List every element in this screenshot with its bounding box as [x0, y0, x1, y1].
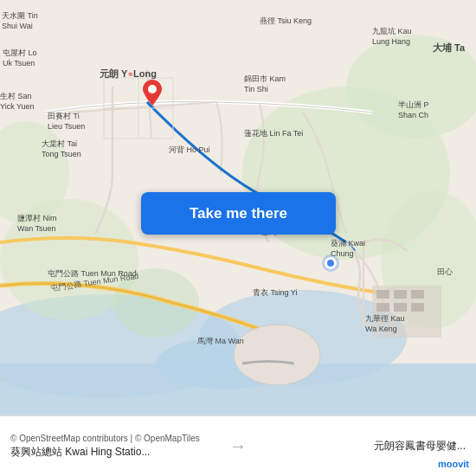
take-me-there-button[interactable]: Take me there — [141, 192, 336, 235]
map-container: 天水圍 TinShui Wai 元朗 Y●Long 屯屋村 LoUk Tsuen… — [0, 0, 476, 415]
destination-pin — [143, 80, 162, 106]
svg-rect-14 — [394, 290, 407, 299]
footer-destination: 元朗容鳳書母嬰健... — [255, 439, 466, 453]
current-location-dot — [325, 257, 337, 269]
svg-rect-13 — [376, 290, 389, 299]
footer-origin: 葵興站總站 Kwai Hing Statio... — [10, 445, 221, 460]
footer-bar: © OpenStreetMap contributors | © OpenMap… — [0, 415, 476, 476]
footer-attribution: © OpenStreetMap contributors | © OpenMap… — [10, 434, 221, 443]
svg-point-10 — [113, 268, 199, 338]
footer-arrow-icon: → — [229, 436, 247, 456]
svg-rect-15 — [411, 290, 424, 299]
svg-rect-17 — [394, 303, 407, 312]
svg-rect-16 — [376, 303, 389, 312]
svg-point-11 — [234, 325, 320, 385]
svg-rect-18 — [411, 303, 424, 312]
moovit-logo: moovit — [438, 459, 469, 469]
svg-point-19 — [148, 85, 157, 93]
footer-left: © OpenStreetMap contributors | © OpenMap… — [10, 434, 221, 460]
